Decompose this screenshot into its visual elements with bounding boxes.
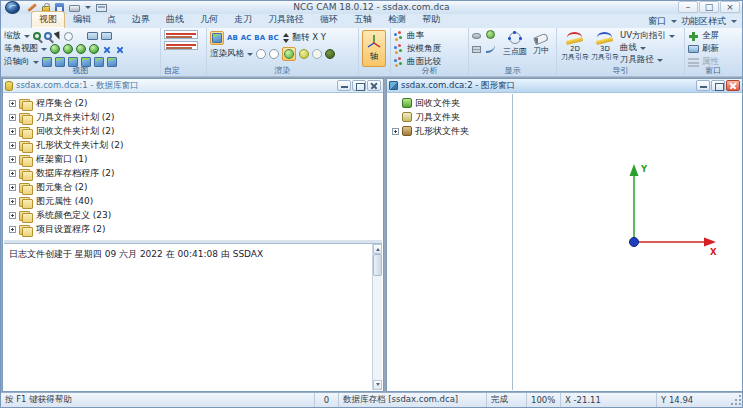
guide-2d-button[interactable]: 2D 刀具引导 <box>560 30 590 66</box>
close-button[interactable]: × <box>720 1 740 13</box>
ribbon-style-menu[interactable]: 功能区样式 <box>681 15 726 28</box>
curve-menu[interactable]: 曲线 <box>620 42 675 54</box>
toolpath-menu[interactable]: 刀具路径 <box>620 54 675 66</box>
view-ab-button[interactable]: AB <box>227 33 238 43</box>
tab-inspect[interactable]: 检测 <box>380 11 414 28</box>
curvature-button[interactable]: 曲率 <box>407 30 424 42</box>
iso-view1-icon[interactable] <box>50 44 60 54</box>
expander-icon[interactable] <box>9 226 16 233</box>
expander-icon[interactable] <box>9 170 16 177</box>
expander-icon[interactable] <box>9 114 16 121</box>
stack-icon[interactable] <box>472 46 481 53</box>
three-point-circle-button[interactable]: 三点圆 <box>502 30 528 66</box>
child-close-button[interactable] <box>367 80 381 91</box>
refresh-button[interactable]: 刷新 <box>688 43 739 55</box>
hidden-line-style-icon[interactable] <box>269 49 279 59</box>
expander-icon[interactable] <box>9 100 16 107</box>
viewport-split-icon[interactable] <box>101 32 112 40</box>
zoom-in-icon[interactable] <box>33 32 41 40</box>
fullscreen-button[interactable]: 全屏 <box>688 30 739 42</box>
tree-item[interactable]: 数据库存档程序 (2) <box>4 166 382 180</box>
viewport-icon[interactable] <box>87 32 98 40</box>
tree-item[interactable]: 孔形状文件夹 <box>388 124 512 138</box>
log-scrollbar[interactable] <box>372 244 382 390</box>
curve-icon[interactable] <box>486 44 495 53</box>
select-icon[interactable] <box>54 31 63 41</box>
zoom-out-icon[interactable] <box>44 32 52 40</box>
iso-view2-icon[interactable] <box>63 44 73 54</box>
flip-icon[interactable] <box>282 33 290 43</box>
expander-icon[interactable] <box>9 156 16 163</box>
tab-geometry[interactable]: 几何 <box>192 11 226 28</box>
tab-boundary[interactable]: 边界 <box>124 11 158 28</box>
dark-style-icon[interactable] <box>325 49 335 59</box>
tree-item[interactable]: 系统颜色定义 (23) <box>4 208 382 222</box>
uv-guide-menu[interactable]: UV方向指引 <box>620 30 675 42</box>
along-axis-caret-icon[interactable] <box>33 61 39 64</box>
draft-angle-button[interactable]: 按模角度 <box>407 43 441 55</box>
render-style-caret-icon[interactable] <box>247 53 253 56</box>
tree-item[interactable]: 回收文件夹计划 (2) <box>4 124 382 138</box>
tree-item[interactable]: 项目设置程序 (2) <box>4 222 382 236</box>
zoom-menu[interactable]: 缩放 <box>4 30 21 42</box>
tool-center-button[interactable]: 刀中 <box>528 30 554 66</box>
iso-view-menu[interactable]: 等角视图 <box>4 43 38 55</box>
resize-grip-icon[interactable] <box>731 395 741 405</box>
child-maximize-button[interactable] <box>711 80 725 91</box>
zoom-caret-icon[interactable] <box>24 35 30 38</box>
custom-view-swatch2-icon[interactable] <box>164 41 198 50</box>
child-maximize-button[interactable] <box>352 80 366 91</box>
axis-button[interactable]: 轴 <box>362 30 386 67</box>
expander-icon[interactable] <box>9 142 16 149</box>
child-close-button[interactable] <box>726 80 740 91</box>
expander-icon[interactable] <box>9 184 16 191</box>
tree-item[interactable]: 图元集合 (2) <box>4 180 382 194</box>
maximize-button[interactable]: □ <box>699 1 719 13</box>
iso-caret-icon[interactable] <box>41 48 47 51</box>
wireframe-style-icon[interactable] <box>256 49 266 59</box>
expander-icon[interactable] <box>392 128 399 135</box>
iso-view4-icon[interactable] <box>89 44 99 54</box>
scroll-thumb[interactable] <box>373 254 382 276</box>
database-window-header[interactable]: ssdax.com.dca:1 - 数据库窗口 <box>3 79 383 93</box>
point-icon[interactable] <box>486 30 495 39</box>
minimize-button[interactable]: – <box>678 1 698 13</box>
render-style-menu[interactable]: 渲染风格 <box>210 48 244 60</box>
tree-item[interactable]: 图元属性 (40) <box>4 194 382 208</box>
tab-curve[interactable]: 曲线 <box>158 11 192 28</box>
flip-xy-button[interactable]: 翻转 X Y <box>293 32 326 44</box>
tree-item[interactable]: 孔形状文件夹计划 (2) <box>4 138 382 152</box>
history-icon[interactable] <box>64 32 73 41</box>
window-menu[interactable]: 窗口 <box>648 15 666 28</box>
fit-x-icon[interactable] <box>102 44 112 55</box>
iso-view3-icon[interactable] <box>76 44 86 54</box>
tab-cycle[interactable]: 循环 <box>312 11 346 28</box>
view-bc-button[interactable]: BC <box>268 33 278 43</box>
view-ba-button[interactable]: BA <box>254 33 265 43</box>
guide-3d-button[interactable]: 3D 刀具引导 <box>590 30 620 66</box>
graphics-window-header[interactable]: ssdax.com.dca:2 - 图形窗口 <box>387 79 742 93</box>
graphics-viewport[interactable]: Y X <box>514 94 741 390</box>
tab-view[interactable]: 视图 <box>31 11 65 28</box>
tab-point[interactable]: 点 <box>99 11 124 28</box>
render-toggle-button[interactable] <box>210 31 224 45</box>
child-minimize-button[interactable] <box>337 80 351 91</box>
tab-edit[interactable]: 编辑 <box>65 11 99 28</box>
shaded-style-button[interactable] <box>282 47 296 61</box>
tree-item[interactable]: 回收文件夹 <box>388 96 512 110</box>
tab-pass[interactable]: 走刀 <box>226 11 260 28</box>
custom-view-swatch-icon[interactable] <box>164 30 198 39</box>
disc-icon[interactable] <box>472 33 481 39</box>
view-ac-button[interactable]: AC <box>241 33 252 43</box>
fit-all-icon[interactable] <box>115 44 125 55</box>
tree-item[interactable]: 框架窗口 (1) <box>4 152 382 166</box>
shaded-edges-style-icon[interactable] <box>299 49 309 59</box>
tab-fiveaxis[interactable]: 五轴 <box>346 11 380 28</box>
tab-help[interactable]: 帮助 <box>414 11 448 28</box>
expander-icon[interactable] <box>9 212 16 219</box>
scroll-down-icon[interactable] <box>373 380 382 390</box>
tree-item[interactable]: 程序集合 (2) <box>4 96 382 110</box>
tab-toolpath[interactable]: 刀具路径 <box>260 11 312 28</box>
expander-icon[interactable] <box>9 128 16 135</box>
tree-item[interactable]: 刀具文件夹 <box>388 110 512 124</box>
